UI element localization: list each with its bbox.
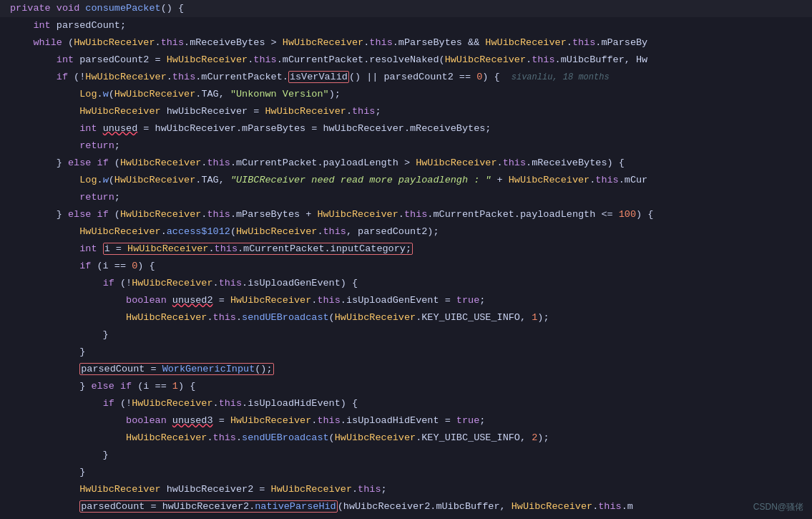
line-16: if (i == 0) { [0, 258, 812, 275]
line-23: } else if (i == 1) { [0, 378, 812, 395]
line-21: } [0, 344, 812, 361]
line-25: boolean unused3 = HwUibcReceiver.this.is… [0, 412, 812, 430]
line-4: int parsedCount2 = HwUibcReceiver.this.m… [0, 52, 812, 69]
line-13: } else if (HwUibcReceiver.this.mParseByt… [0, 206, 812, 223]
line-14: HwUibcReceiver.access$1012(HwUibcReceive… [0, 223, 812, 241]
code-editor: private void consumePacket() { int parse… [0, 0, 812, 519]
line-24: if (!HwUibcReceiver.this.isUploadHidEven… [0, 395, 812, 412]
line-17: if (!HwUibcReceiver.this.isUploadGenEven… [0, 275, 812, 292]
line-7: HwUibcReceiver hwUibcReceiver = HwUibcRe… [0, 103, 812, 120]
line-12: return; [0, 189, 812, 206]
line-10: } else if (HwUibcReceiver.this.mCurrentP… [0, 155, 812, 172]
line-5: if (!HwUibcReceiver.this.mCurrentPacket.… [0, 69, 812, 86]
line-31: if (parsedCount2 + parsedCount != HwUibc… [0, 515, 812, 519]
line-11: Log.w(HwUibcReceiver.TAG, "UIBCReceiver … [0, 172, 812, 189]
line-19: HwUibcReceiver.this.sendUEBroadcast(HwUi… [0, 309, 812, 326]
watermark: CSDN@骚佬 [753, 501, 803, 513]
line-22: parsedCount = WorkGenericInput(); [0, 361, 812, 378]
line-20: } [0, 326, 812, 344]
line-29: HwUibcReceiver hwUibcReceiver2 = HwUibcR… [0, 481, 812, 498]
line-3: while (HwUibcReceiver.this.mReceiveBytes… [0, 34, 812, 52]
line-30: parsedCount = hwUibcReceiver2.nativePars… [0, 498, 812, 515]
line-15: int i = HwUibcReceiver.this.mCurrentPack… [0, 241, 812, 258]
line-26: HwUibcReceiver.this.sendUEBroadcast(HwUi… [0, 430, 812, 447]
line-6: Log.w(HwUibcReceiver.TAG, "Unkonwn Versi… [0, 86, 812, 103]
line-18: boolean unused2 = HwUibcReceiver.this.is… [0, 292, 812, 309]
line-27: } [0, 447, 812, 464]
line-1: private void consumePacket() { [0, 0, 812, 17]
line-28: } [0, 464, 812, 481]
line-2: int parsedCount; [0, 17, 812, 34]
line-9: return; [0, 137, 812, 155]
line-8: int unused = hwUibcReceiver.mParseBytes … [0, 120, 812, 137]
